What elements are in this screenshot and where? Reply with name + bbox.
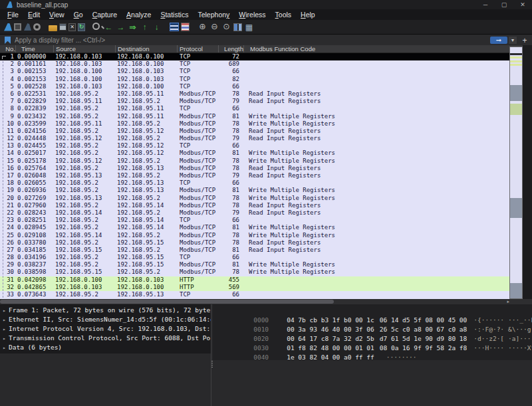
column-header[interactable]: Protocol xyxy=(178,45,219,52)
zoom-out-icon[interactable]: ⊖ xyxy=(209,22,219,32)
packet-row[interactable]: 25 0.029108 192.168.95.14 192.168.95.2 M… xyxy=(0,232,509,239)
expand-arrow-icon[interactable]: ▸ xyxy=(3,344,9,352)
View[interactable]: View xyxy=(45,10,69,19)
layout-icon[interactable]: ▦ xyxy=(244,22,254,32)
reload-file-icon[interactable]: ↻ xyxy=(78,23,85,31)
packet-row[interactable]: 4 0.002153 192.168.0.100 192.168.0.103 T… xyxy=(0,76,509,83)
packet-row[interactable]: 30 0.038598 192.168.95.15 192.168.95.2 M… xyxy=(0,268,509,276)
filter-bookmark-icon[interactable] xyxy=(5,37,11,44)
colorize-packets-icon[interactable] xyxy=(181,23,190,31)
packet-row[interactable]: 14 0.025017 192.168.95.2 192.168.95.12 M… xyxy=(0,150,509,157)
packet-row[interactable]: 29 0.038237 192.168.95.2 192.168.95.15 M… xyxy=(0,261,509,268)
packet-row[interactable]: 2 0.001161 192.168.0.103 192.168.0.100 T… xyxy=(0,60,509,68)
packet-time: 0.023599 xyxy=(16,120,54,128)
minimize-button[interactable]: ─ xyxy=(476,0,495,9)
go-last-packet-icon[interactable]: ↓ xyxy=(152,22,162,32)
detail-tree-row[interactable]: ▸Transmission Control Protocol, Src Port… xyxy=(0,334,211,343)
packet-row[interactable]: 26 0.033780 192.168.95.2 192.168.95.15 M… xyxy=(0,239,509,247)
column-header[interactable]: Length xyxy=(219,45,244,52)
hscrollbar-arrow-icon[interactable]: ▸ xyxy=(507,299,509,304)
maximize-button[interactable]: ▢ xyxy=(495,0,513,9)
packet-row[interactable]: 23 0.028251 192.168.95.2 192.168.95.14 T… xyxy=(0,217,509,224)
find-packet-icon[interactable] xyxy=(93,23,102,31)
close-file-icon[interactable]: ✕ xyxy=(68,23,76,31)
open-file-icon[interactable] xyxy=(49,25,57,31)
Analyze[interactable]: Analyze xyxy=(122,10,156,19)
hscrollbar-thumb[interactable] xyxy=(0,300,334,304)
packet-row[interactable]: 12 0.024448 192.168.95.12 192.168.95.2 M… xyxy=(0,135,509,142)
packet-list-minimap-scrollbar[interactable] xyxy=(509,47,523,299)
packet-row[interactable]: 17 0.026048 192.168.95.13 192.168.95.2 M… xyxy=(0,172,509,179)
apply-filter-button[interactable]: ➞ xyxy=(490,37,507,44)
Wireless[interactable]: Wireless xyxy=(234,10,270,19)
packet-row[interactable]: 5 0.002528 192.168.0.103 192.168.0.100 T… xyxy=(0,83,509,90)
column-header[interactable]: No. xyxy=(0,45,16,52)
restart-capture-icon[interactable] xyxy=(23,23,31,31)
expand-arrow-icon[interactable]: ▸ xyxy=(3,316,9,324)
go-to-packet-icon[interactable]: ⇒ xyxy=(128,22,138,32)
expand-arrow-icon[interactable]: ▸ xyxy=(3,325,9,334)
save-file-icon[interactable] xyxy=(59,23,66,31)
packet-time: 0.042865 xyxy=(16,284,54,291)
zoom-reset-icon[interactable]: ⊙ xyxy=(221,22,231,32)
expand-arrow-icon[interactable]: ▸ xyxy=(3,334,9,343)
packet-row[interactable]: 10 0.023599 192.168.95.11 192.168.95.2 M… xyxy=(0,120,509,128)
File[interactable]: File xyxy=(3,10,23,19)
packet-row[interactable]: 21 0.027960 192.168.95.2 192.168.95.14 M… xyxy=(0,202,509,209)
Statistics[interactable]: Statistics xyxy=(156,10,193,19)
go-back-icon[interactable]: ← xyxy=(104,22,114,32)
packet-details-pane: ▸Frame 1: Packet, 72 bytes on wire (576 … xyxy=(0,304,211,354)
close-button[interactable]: ✕ xyxy=(513,0,532,9)
auto-scroll-icon[interactable] xyxy=(170,23,179,31)
packet-list-hscrollbar[interactable]: ▸ xyxy=(0,299,532,304)
packet-row[interactable]: 22 0.028243 192.168.95.14 192.168.95.2 M… xyxy=(0,209,509,217)
packet-row[interactable]: 33 0.073643 192.168.95.2 192.168.95.13 T… xyxy=(0,291,509,298)
column-header[interactable]: Modbus Function Code xyxy=(244,45,532,52)
packet-row[interactable]: 27 0.034185 192.168.95.15 192.168.95.2 M… xyxy=(0,247,509,254)
packet-row[interactable]: 24 0.028945 192.168.95.2 192.168.95.14 M… xyxy=(0,224,509,231)
column-header[interactable]: Source xyxy=(54,45,116,52)
capture-options-icon[interactable] xyxy=(33,23,41,31)
zoom-in-icon[interactable]: ⊕ xyxy=(198,22,207,32)
column-header[interactable]: Time xyxy=(16,45,54,52)
display-filter-input[interactable]: Apply a display filter ... <Ctrl-/> xyxy=(15,37,490,44)
packet-row[interactable]: 6 0.022531 192.168.95.2 192.168.95.11 Mo… xyxy=(0,90,509,98)
packet-row[interactable]: 3 0.002153 192.168.0.100 192.168.0.103 T… xyxy=(0,68,509,75)
go-forward-icon[interactable]: → xyxy=(116,22,126,32)
packet-row[interactable]: 18 0.026055 192.168.95.2 192.168.95.13 T… xyxy=(0,179,509,187)
add-filter-button[interactable]: + xyxy=(520,37,529,45)
packet-row[interactable]: 32 0.042865 192.168.0.103 192.168.0.100 … xyxy=(0,284,509,291)
packet-row[interactable]: 16 0.025764 192.168.95.2 192.168.95.13 M… xyxy=(0,165,509,172)
column-header[interactable]: Destination xyxy=(116,45,178,52)
go-first-packet-icon[interactable]: ↑ xyxy=(140,22,150,32)
Telephony[interactable]: Telephony xyxy=(193,10,234,19)
Capture[interactable]: Capture xyxy=(88,10,122,19)
packet-row[interactable]: 19 0.026936 192.168.95.2 192.168.95.13 M… xyxy=(0,187,509,194)
packet-row[interactable]: 28 0.034196 192.168.95.2 192.168.95.15 T… xyxy=(0,254,509,261)
Tools[interactable]: Tools xyxy=(271,10,297,19)
packet-row[interactable]: 13 0.024455 192.168.95.2 192.168.95.12 T… xyxy=(0,142,509,150)
packet-protocol: Modbus/TCP xyxy=(178,261,219,268)
packet-row[interactable]: 11 0.024156 192.168.95.2 192.168.95.12 M… xyxy=(0,128,509,135)
packet-row[interactable]: 9 0.023432 192.168.95.2 192.168.95.11 Mo… xyxy=(0,113,509,120)
filter-dropdown-icon[interactable]: ▼ xyxy=(509,37,517,44)
Edit[interactable]: Edit xyxy=(23,10,45,19)
stop-capture-icon[interactable] xyxy=(14,23,21,31)
packet-row[interactable]: 15 0.025178 192.168.95.12 192.168.95.2 M… xyxy=(0,157,509,165)
hex-row[interactable]: 000004 7b cb b3 1f b0 00 1c06 14 d5 5f 0… xyxy=(213,306,532,316)
start-capture-icon[interactable] xyxy=(3,23,12,31)
expand-arrow-icon[interactable]: ▸ xyxy=(3,306,9,315)
packet-row[interactable]: 1 0.000000 192.168.0.103 192.168.0.100 T… xyxy=(0,53,509,60)
Go[interactable]: Go xyxy=(69,10,88,19)
detail-tree-row[interactable]: ▸Frame 1: Packet, 72 bytes on wire (576 … xyxy=(0,306,211,315)
packet-row[interactable]: 7 0.022829 192.168.95.11 192.168.95.2 Mo… xyxy=(0,98,509,105)
packet-row[interactable]: 8 0.022839 192.168.95.2 192.168.95.11 TC… xyxy=(0,105,509,112)
packet-row[interactable]: 20 0.027269 192.168.95.13 192.168.95.2 M… xyxy=(0,195,509,202)
detail-tree-row[interactable]: ▸Data (6 bytes) xyxy=(0,343,211,352)
detail-tree-row[interactable]: ▸Ethernet II, Src: SiemensNumer_14:d5:5f… xyxy=(0,315,211,324)
detail-tree-row[interactable]: ▸Internet Protocol Version 4, Src: 192.1… xyxy=(0,324,211,334)
Help[interactable]: Help xyxy=(296,10,320,19)
resize-columns-icon[interactable] xyxy=(233,23,242,31)
packet-destination: 192.168.95.15 xyxy=(116,239,178,247)
packet-row[interactable]: 31 0.042098 192.168.0.100 192.168.0.103 … xyxy=(0,276,509,284)
